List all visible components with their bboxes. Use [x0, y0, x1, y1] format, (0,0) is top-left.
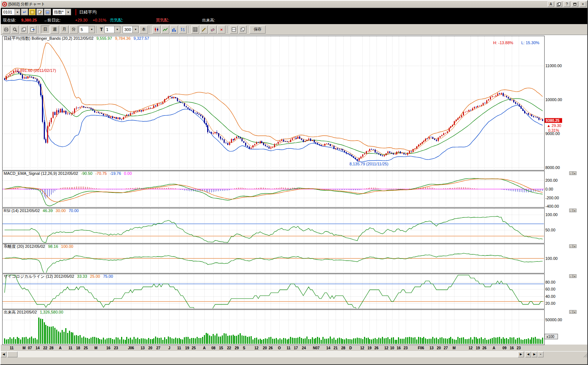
export-icon — [30, 27, 35, 32]
titlebar: [5002] 分析チャート A ? × — [1, 1, 587, 8]
toolbar-separator — [38, 26, 39, 33]
grid-icon — [193, 27, 198, 32]
market-type-combobox[interactable]: 指数* ▼ — [53, 9, 71, 15]
svg-text:11000.00: 11000.00 — [545, 64, 562, 68]
svg-text:×: × — [574, 311, 576, 314]
svg-text:8,135.79 (2011/11/25): 8,135.79 (2011/11/25) — [349, 162, 388, 166]
toolbar-separator — [189, 26, 189, 33]
scrollbar-track[interactable] — [7, 351, 518, 357]
rsi-panel — [2, 208, 544, 243]
candlestick-type-button[interactable] — [152, 26, 160, 34]
stock-code-value: 0101 — [2, 10, 15, 14]
x-axis-tick-label: 24 — [302, 346, 306, 350]
svg-text:×: × — [574, 245, 576, 248]
svg-text:×: × — [574, 172, 576, 175]
x-axis-tick-label: J — [168, 346, 170, 350]
code-bar: 0101 ▼ ↵ 指数* ▼ 日経平均 — [1, 8, 587, 16]
toolbar-separator — [150, 26, 151, 33]
layout-button[interactable] — [230, 26, 238, 34]
x-axis-tick-label: N07 — [313, 346, 320, 350]
x-axis-tick-label: A — [492, 346, 495, 350]
svg-text:-: - — [570, 172, 571, 175]
close-button[interactable]: × — [580, 1, 586, 7]
save-button[interactable]: 保存 — [249, 26, 266, 34]
export-button[interactable] — [28, 26, 36, 34]
scroll-right-button[interactable]: ▶ — [518, 351, 524, 357]
eraser-icon — [210, 27, 215, 32]
volume-legend: 出来高 2012/05/021,326,580.00 — [4, 310, 63, 314]
x-axis-tick-label: 19 — [185, 346, 189, 350]
x-axis-tick-label: 16 — [396, 346, 401, 350]
font-size-button[interactable]: A — [548, 1, 554, 7]
svg-text:-: - — [570, 209, 571, 212]
x-axis-tick-label: A — [59, 346, 61, 350]
stock-code-dropdown-icon[interactable]: ▼ — [15, 9, 20, 15]
line-chart-button[interactable] — [161, 26, 169, 34]
svg-text:-: - — [570, 311, 571, 314]
period-week-button[interactable]: 週 — [50, 26, 59, 34]
delete-all-lines-button[interactable]: × — [217, 26, 225, 34]
x-axis-tick-label: 09 — [502, 346, 507, 350]
main-legend: 日経平均(指数) Bollinger_Bands (20,2) 2012/05/… — [4, 36, 149, 41]
list-icon — [46, 10, 50, 14]
print-button[interactable] — [2, 26, 10, 34]
memo-button[interactable] — [36, 9, 43, 15]
svg-text:50.00: 50.00 — [545, 228, 556, 232]
chart-canvas[interactable]: 11000.0010000.009000.008000.00200.000.00… — [1, 35, 587, 351]
x-axis-tick-label: J06 — [128, 346, 134, 350]
period-day-button[interactable]: 日 — [41, 26, 50, 34]
enter-code-button[interactable]: ↵ — [21, 9, 28, 15]
restore-button[interactable] — [572, 1, 578, 7]
x-axis-tick-label: 17 — [294, 346, 298, 350]
copy-chart-button[interactable] — [20, 26, 28, 34]
bar-count-select[interactable]: 300 ▼ — [123, 26, 139, 33]
market-type-dropdown-icon[interactable]: ▼ — [65, 9, 71, 15]
svg-text:80.00: 80.00 — [545, 280, 556, 284]
chart-nav-cluster: ◀ ▶ × — [525, 351, 543, 357]
tick-select[interactable]: 1 ▼ — [104, 26, 120, 33]
erase-line-button[interactable] — [209, 26, 217, 34]
register-favorite-button[interactable] — [29, 9, 36, 15]
svg-text:L: 15.30%: L: 15.30% — [521, 41, 539, 45]
x-axis-tick-label: 11 — [177, 346, 181, 350]
svg-text:20.00: 20.00 — [545, 301, 556, 306]
x-axis-tick-label: O — [278, 346, 281, 350]
hilo-chart-button[interactable] — [179, 26, 187, 34]
minute-interval-select[interactable]: 5 ▼ — [79, 26, 95, 33]
bars-unit-button[interactable]: 本 — [139, 26, 148, 34]
pencil-icon — [201, 27, 206, 32]
bar-chart-button[interactable] — [170, 26, 178, 34]
svg-text:-400.00: -400.00 — [545, 204, 559, 208]
new-window-button[interactable] — [239, 26, 247, 34]
draw-line-button[interactable] — [200, 26, 208, 34]
minute-interval-dropdown-icon[interactable]: ▼ — [89, 26, 94, 33]
nav-prev-button[interactable]: ◀ — [525, 351, 531, 357]
stock-code-combobox[interactable]: 0101 ▼ — [2, 9, 20, 15]
new-window-icon — [240, 27, 245, 32]
x-axis-tick-label: 11 — [287, 346, 291, 350]
nav-close-button[interactable]: × — [538, 351, 543, 357]
help-button[interactable]: ? — [564, 1, 570, 7]
x-axis-tick-label: 07 — [28, 346, 32, 350]
scroll-left-button[interactable]: ◀ — [1, 351, 7, 357]
scrollbar-thumb[interactable] — [7, 351, 18, 357]
x-axis-tick-label: M — [94, 346, 97, 350]
resize-grip[interactable] — [581, 351, 587, 357]
tick-dropdown-icon[interactable]: ▼ — [114, 26, 120, 33]
x-axis-tick-label: 13 — [429, 346, 434, 350]
x-axis-tick-label: 21 — [333, 346, 338, 350]
list-button[interactable] — [44, 9, 51, 15]
x-axis-tick-label: 10 — [390, 346, 394, 350]
period-month-button[interactable]: 月 — [60, 26, 69, 34]
period-minute-button[interactable]: 分 — [69, 26, 78, 34]
restore-icon — [573, 3, 576, 5]
x-axis-tick-label: 18 — [76, 346, 80, 350]
bar-count-value: 300 — [123, 27, 132, 32]
bar-count-dropdown-icon[interactable]: ▼ — [132, 26, 138, 33]
x-axis-tick-label: 23 — [517, 346, 521, 350]
delete-x-icon: × — [220, 27, 223, 32]
zoom-button[interactable] — [11, 26, 19, 34]
copy-window-icon[interactable] — [556, 1, 562, 7]
grid-toggle-button[interactable] — [191, 26, 199, 34]
nav-next-button[interactable]: ▶ — [531, 351, 537, 357]
